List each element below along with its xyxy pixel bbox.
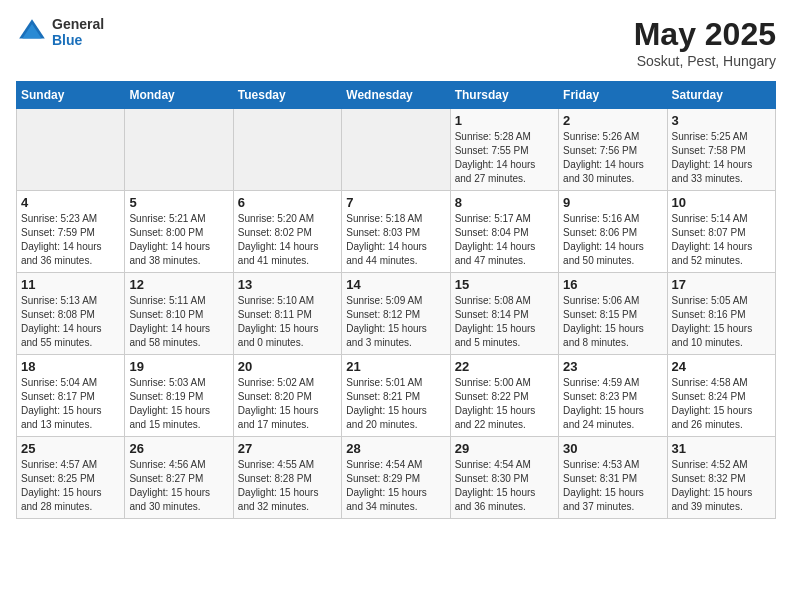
day-info: Sunrise: 5:14 AM Sunset: 8:07 PM Dayligh… (672, 212, 771, 268)
calendar-cell: 3Sunrise: 5:25 AM Sunset: 7:58 PM Daylig… (667, 109, 775, 191)
day-info: Sunrise: 4:56 AM Sunset: 8:27 PM Dayligh… (129, 458, 228, 514)
calendar-cell: 25Sunrise: 4:57 AM Sunset: 8:25 PM Dayli… (17, 437, 125, 519)
calendar-cell: 10Sunrise: 5:14 AM Sunset: 8:07 PM Dayli… (667, 191, 775, 273)
logo: General Blue (16, 16, 104, 48)
day-info: Sunrise: 5:20 AM Sunset: 8:02 PM Dayligh… (238, 212, 337, 268)
day-number: 8 (455, 195, 554, 210)
calendar-week-2: 4Sunrise: 5:23 AM Sunset: 7:59 PM Daylig… (17, 191, 776, 273)
column-header-sunday: Sunday (17, 82, 125, 109)
calendar-cell: 23Sunrise: 4:59 AM Sunset: 8:23 PM Dayli… (559, 355, 667, 437)
day-number: 4 (21, 195, 120, 210)
day-info: Sunrise: 5:13 AM Sunset: 8:08 PM Dayligh… (21, 294, 120, 350)
calendar-cell: 14Sunrise: 5:09 AM Sunset: 8:12 PM Dayli… (342, 273, 450, 355)
logo-blue: Blue (52, 32, 104, 48)
page-header: General Blue May 2025 Soskut, Pest, Hung… (16, 16, 776, 69)
day-info: Sunrise: 5:28 AM Sunset: 7:55 PM Dayligh… (455, 130, 554, 186)
calendar-week-5: 25Sunrise: 4:57 AM Sunset: 8:25 PM Dayli… (17, 437, 776, 519)
calendar-cell: 8Sunrise: 5:17 AM Sunset: 8:04 PM Daylig… (450, 191, 558, 273)
day-info: Sunrise: 5:23 AM Sunset: 7:59 PM Dayligh… (21, 212, 120, 268)
column-header-thursday: Thursday (450, 82, 558, 109)
column-header-saturday: Saturday (667, 82, 775, 109)
day-info: Sunrise: 5:03 AM Sunset: 8:19 PM Dayligh… (129, 376, 228, 432)
calendar-cell: 4Sunrise: 5:23 AM Sunset: 7:59 PM Daylig… (17, 191, 125, 273)
day-number: 26 (129, 441, 228, 456)
calendar-week-3: 11Sunrise: 5:13 AM Sunset: 8:08 PM Dayli… (17, 273, 776, 355)
calendar-cell: 9Sunrise: 5:16 AM Sunset: 8:06 PM Daylig… (559, 191, 667, 273)
column-header-wednesday: Wednesday (342, 82, 450, 109)
calendar-cell: 2Sunrise: 5:26 AM Sunset: 7:56 PM Daylig… (559, 109, 667, 191)
calendar-subtitle: Soskut, Pest, Hungary (634, 53, 776, 69)
day-number: 2 (563, 113, 662, 128)
logo-general: General (52, 16, 104, 32)
calendar-cell: 6Sunrise: 5:20 AM Sunset: 8:02 PM Daylig… (233, 191, 341, 273)
calendar-table: SundayMondayTuesdayWednesdayThursdayFrid… (16, 81, 776, 519)
day-info: Sunrise: 5:25 AM Sunset: 7:58 PM Dayligh… (672, 130, 771, 186)
calendar-cell: 5Sunrise: 5:21 AM Sunset: 8:00 PM Daylig… (125, 191, 233, 273)
day-info: Sunrise: 5:06 AM Sunset: 8:15 PM Dayligh… (563, 294, 662, 350)
calendar-header: SundayMondayTuesdayWednesdayThursdayFrid… (17, 82, 776, 109)
day-info: Sunrise: 4:55 AM Sunset: 8:28 PM Dayligh… (238, 458, 337, 514)
calendar-cell: 18Sunrise: 5:04 AM Sunset: 8:17 PM Dayli… (17, 355, 125, 437)
calendar-cell: 12Sunrise: 5:11 AM Sunset: 8:10 PM Dayli… (125, 273, 233, 355)
day-info: Sunrise: 5:21 AM Sunset: 8:00 PM Dayligh… (129, 212, 228, 268)
day-number: 29 (455, 441, 554, 456)
day-info: Sunrise: 4:54 AM Sunset: 8:29 PM Dayligh… (346, 458, 445, 514)
day-number: 23 (563, 359, 662, 374)
day-number: 18 (21, 359, 120, 374)
column-header-tuesday: Tuesday (233, 82, 341, 109)
day-number: 27 (238, 441, 337, 456)
column-header-friday: Friday (559, 82, 667, 109)
day-number: 13 (238, 277, 337, 292)
day-info: Sunrise: 5:04 AM Sunset: 8:17 PM Dayligh… (21, 376, 120, 432)
day-info: Sunrise: 4:58 AM Sunset: 8:24 PM Dayligh… (672, 376, 771, 432)
calendar-cell: 26Sunrise: 4:56 AM Sunset: 8:27 PM Dayli… (125, 437, 233, 519)
calendar-cell: 22Sunrise: 5:00 AM Sunset: 8:22 PM Dayli… (450, 355, 558, 437)
day-info: Sunrise: 5:11 AM Sunset: 8:10 PM Dayligh… (129, 294, 228, 350)
calendar-week-1: 1Sunrise: 5:28 AM Sunset: 7:55 PM Daylig… (17, 109, 776, 191)
day-number: 22 (455, 359, 554, 374)
day-info: Sunrise: 5:09 AM Sunset: 8:12 PM Dayligh… (346, 294, 445, 350)
calendar-cell: 30Sunrise: 4:53 AM Sunset: 8:31 PM Dayli… (559, 437, 667, 519)
calendar-body: 1Sunrise: 5:28 AM Sunset: 7:55 PM Daylig… (17, 109, 776, 519)
day-number: 14 (346, 277, 445, 292)
calendar-cell: 11Sunrise: 5:13 AM Sunset: 8:08 PM Dayli… (17, 273, 125, 355)
calendar-cell (17, 109, 125, 191)
day-number: 3 (672, 113, 771, 128)
day-info: Sunrise: 4:57 AM Sunset: 8:25 PM Dayligh… (21, 458, 120, 514)
day-number: 12 (129, 277, 228, 292)
logo-icon (16, 16, 48, 48)
column-header-monday: Monday (125, 82, 233, 109)
day-number: 31 (672, 441, 771, 456)
calendar-cell: 31Sunrise: 4:52 AM Sunset: 8:32 PM Dayli… (667, 437, 775, 519)
day-info: Sunrise: 5:01 AM Sunset: 8:21 PM Dayligh… (346, 376, 445, 432)
day-info: Sunrise: 5:16 AM Sunset: 8:06 PM Dayligh… (563, 212, 662, 268)
calendar-cell: 20Sunrise: 5:02 AM Sunset: 8:20 PM Dayli… (233, 355, 341, 437)
day-info: Sunrise: 5:05 AM Sunset: 8:16 PM Dayligh… (672, 294, 771, 350)
day-info: Sunrise: 5:26 AM Sunset: 7:56 PM Dayligh… (563, 130, 662, 186)
calendar-cell: 27Sunrise: 4:55 AM Sunset: 8:28 PM Dayli… (233, 437, 341, 519)
day-number: 6 (238, 195, 337, 210)
calendar-cell (233, 109, 341, 191)
day-number: 15 (455, 277, 554, 292)
calendar-cell: 15Sunrise: 5:08 AM Sunset: 8:14 PM Dayli… (450, 273, 558, 355)
day-info: Sunrise: 4:59 AM Sunset: 8:23 PM Dayligh… (563, 376, 662, 432)
day-info: Sunrise: 4:52 AM Sunset: 8:32 PM Dayligh… (672, 458, 771, 514)
day-number: 11 (21, 277, 120, 292)
day-number: 5 (129, 195, 228, 210)
day-number: 17 (672, 277, 771, 292)
day-info: Sunrise: 5:02 AM Sunset: 8:20 PM Dayligh… (238, 376, 337, 432)
calendar-week-4: 18Sunrise: 5:04 AM Sunset: 8:17 PM Dayli… (17, 355, 776, 437)
day-number: 21 (346, 359, 445, 374)
title-block: May 2025 Soskut, Pest, Hungary (634, 16, 776, 69)
calendar-cell: 28Sunrise: 4:54 AM Sunset: 8:29 PM Dayli… (342, 437, 450, 519)
day-info: Sunrise: 5:08 AM Sunset: 8:14 PM Dayligh… (455, 294, 554, 350)
day-number: 19 (129, 359, 228, 374)
calendar-title: May 2025 (634, 16, 776, 53)
calendar-cell: 13Sunrise: 5:10 AM Sunset: 8:11 PM Dayli… (233, 273, 341, 355)
day-number: 7 (346, 195, 445, 210)
calendar-cell: 19Sunrise: 5:03 AM Sunset: 8:19 PM Dayli… (125, 355, 233, 437)
day-info: Sunrise: 5:18 AM Sunset: 8:03 PM Dayligh… (346, 212, 445, 268)
logo-text: General Blue (52, 16, 104, 48)
calendar-cell (342, 109, 450, 191)
day-number: 24 (672, 359, 771, 374)
